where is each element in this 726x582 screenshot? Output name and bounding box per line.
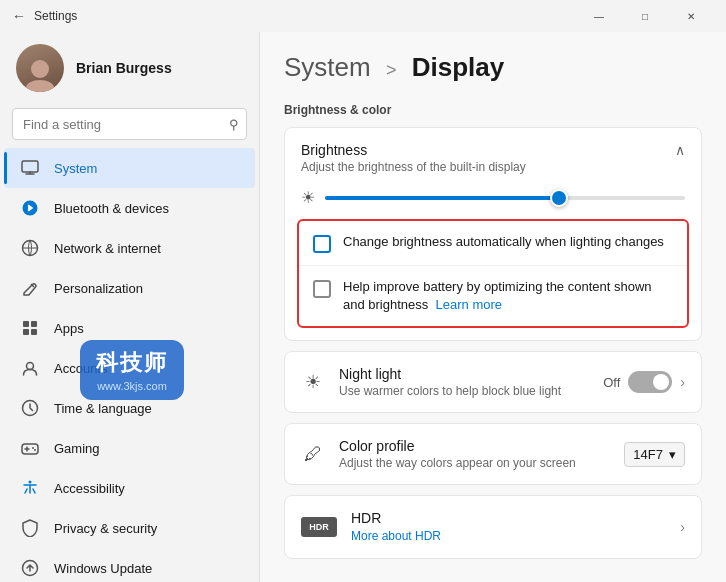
- color-profile-info: Color profile Adjust the way colors appe…: [339, 438, 610, 470]
- sidebar-item-network[interactable]: Network & internet: [4, 228, 255, 268]
- sidebar-item-label: Accessibility: [54, 481, 125, 496]
- sidebar-item-accounts[interactable]: Accounts: [4, 348, 255, 388]
- sidebar-item-label: Time & language: [54, 401, 152, 416]
- close-button[interactable]: ✕: [668, 0, 714, 32]
- hdr-link[interactable]: More about HDR: [351, 529, 441, 543]
- color-profile-right: 14F7 ▾: [624, 442, 685, 467]
- username: Brian Burgess: [76, 60, 172, 76]
- svg-rect-3: [23, 321, 29, 327]
- windows-update-icon: [20, 558, 40, 578]
- brightness-slider-thumb[interactable]: [550, 189, 568, 207]
- svg-rect-4: [31, 321, 37, 327]
- color-profile-dropdown[interactable]: 14F7 ▾: [624, 442, 685, 467]
- titlebar-controls: — □ ✕: [576, 0, 714, 32]
- privacy-icon: [20, 518, 40, 538]
- sidebar-item-gaming[interactable]: Gaming: [4, 428, 255, 468]
- sidebar-item-label: Gaming: [54, 441, 100, 456]
- network-icon: [20, 238, 40, 258]
- accounts-icon: [20, 358, 40, 378]
- auto-brightness-row: Change brightness automatically when lig…: [299, 221, 687, 266]
- sidebar-item-label: Network & internet: [54, 241, 161, 256]
- night-light-right: Off ›: [603, 371, 685, 393]
- brightness-info: Brightness Adjust the brightness of the …: [301, 142, 526, 174]
- sidebar-item-label: Privacy & security: [54, 521, 157, 536]
- search-input[interactable]: [12, 108, 247, 140]
- sun-icon: ☀: [301, 188, 315, 207]
- svg-rect-0: [22, 161, 38, 172]
- breadcrumb-parent[interactable]: System: [284, 52, 371, 82]
- titlebar: ← Settings — □ ✕: [0, 0, 726, 32]
- night-light-info: Night light Use warmer colors to help bl…: [339, 366, 589, 398]
- system-icon: [20, 158, 40, 178]
- hdr-icon: HDR: [301, 517, 337, 537]
- color-profile-title: Color profile: [339, 438, 610, 454]
- color-profile-row[interactable]: 🖊 Color profile Adjust the way colors ap…: [285, 424, 701, 484]
- hdr-title: HDR: [351, 510, 666, 526]
- sidebar-item-apps[interactable]: Apps: [4, 308, 255, 348]
- night-light-toggle[interactable]: [628, 371, 672, 393]
- sidebar-item-label: Apps: [54, 321, 84, 336]
- battery-optimize-checkbox[interactable]: [313, 280, 331, 298]
- auto-brightness-checkbox[interactable]: [313, 235, 331, 253]
- night-light-chevron: ›: [680, 374, 685, 390]
- avatar-silhouette: [24, 54, 56, 92]
- collapse-icon[interactable]: ∧: [675, 142, 685, 158]
- brightness-slider-fill: [325, 196, 559, 200]
- auto-brightness-label: Change brightness automatically when lig…: [343, 233, 664, 251]
- app-body: Brian Burgess ⚲ System Bluetooth & devic…: [0, 32, 726, 582]
- svg-point-7: [27, 363, 34, 370]
- sidebar-item-bluetooth[interactable]: Bluetooth & devices: [4, 188, 255, 228]
- color-profile-icon: 🖊: [301, 444, 325, 465]
- night-light-desc: Use warmer colors to help block blue lig…: [339, 384, 589, 398]
- avatar-head: [31, 60, 49, 78]
- color-profile-value: 14F7: [633, 447, 663, 462]
- apps-icon: [20, 318, 40, 338]
- sidebar-item-personalization[interactable]: Personalization: [4, 268, 255, 308]
- gaming-icon: [20, 438, 40, 458]
- page-title: System > Display: [284, 52, 702, 83]
- svg-rect-5: [23, 329, 29, 335]
- avatar-body: [26, 80, 54, 92]
- search-box: ⚲: [12, 108, 247, 140]
- svg-point-12: [29, 481, 32, 484]
- brightness-slider-row: ☀: [285, 182, 701, 219]
- time-icon: [20, 398, 40, 418]
- sidebar-item-time[interactable]: Time & language: [4, 388, 255, 428]
- night-light-title: Night light: [339, 366, 589, 382]
- color-profile-card[interactable]: 🖊 Color profile Adjust the way colors ap…: [284, 423, 702, 485]
- night-light-icon: ☀: [301, 371, 325, 393]
- night-light-card[interactable]: ☀ Night light Use warmer colors to help …: [284, 351, 702, 413]
- sidebar-item-privacy[interactable]: Privacy & security: [4, 508, 255, 548]
- brightness-desc: Adjust the brightness of the built-in di…: [301, 160, 526, 174]
- battery-optimize-link[interactable]: Learn more: [436, 297, 502, 312]
- hdr-chevron: ›: [680, 519, 685, 535]
- sidebar: Brian Burgess ⚲ System Bluetooth & devic…: [0, 32, 260, 582]
- personalization-icon: [20, 278, 40, 298]
- sidebar-item-label: Accounts: [54, 361, 107, 376]
- svg-point-10: [32, 447, 34, 449]
- minimize-button[interactable]: —: [576, 0, 622, 32]
- nav-list: System Bluetooth & devices Network & int…: [0, 148, 259, 582]
- sidebar-item-label: System: [54, 161, 97, 176]
- breadcrumb-current: Display: [412, 52, 505, 82]
- breadcrumb-chevron: >: [386, 60, 397, 80]
- night-light-row[interactable]: ☀ Night light Use warmer colors to help …: [285, 352, 701, 412]
- hdr-row[interactable]: HDR HDR More about HDR ›: [285, 496, 701, 558]
- content-area: System > Display Brightness & color Brig…: [260, 32, 726, 582]
- accessibility-icon: [20, 478, 40, 498]
- sidebar-item-accessibility[interactable]: Accessibility: [4, 468, 255, 508]
- sidebar-item-label: Personalization: [54, 281, 143, 296]
- brightness-card: Brightness Adjust the brightness of the …: [284, 127, 702, 341]
- bluetooth-icon: [20, 198, 40, 218]
- brightness-slider-track[interactable]: [325, 196, 685, 200]
- back-icon[interactable]: ←: [12, 8, 26, 24]
- brightness-title: Brightness: [301, 142, 526, 158]
- sidebar-item-system[interactable]: System: [4, 148, 255, 188]
- maximize-button[interactable]: □: [622, 0, 668, 32]
- hdr-card[interactable]: HDR HDR More about HDR ›: [284, 495, 702, 559]
- avatar: [16, 44, 64, 92]
- toggle-thumb: [653, 374, 669, 390]
- battery-optimize-row: Help improve battery by optimizing the c…: [299, 266, 687, 326]
- battery-optimize-text: Help improve battery by optimizing the c…: [343, 278, 673, 314]
- sidebar-item-windows-update[interactable]: Windows Update: [4, 548, 255, 582]
